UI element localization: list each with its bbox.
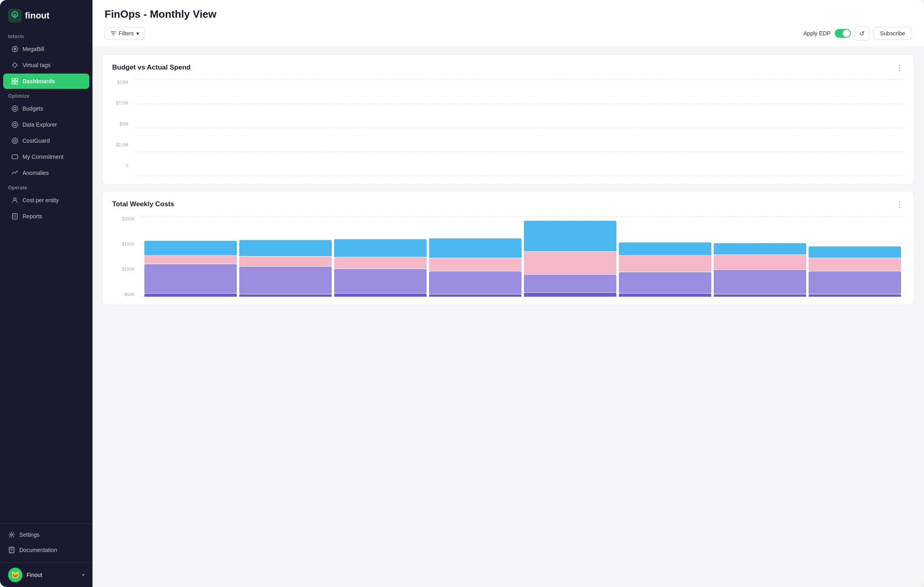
- weekly-bar-group: [144, 216, 237, 297]
- filters-button[interactable]: Filters ▾: [105, 27, 145, 40]
- weekly-bar-pink: [334, 257, 427, 269]
- megabill-icon: [11, 45, 18, 53]
- sidebar-bottom: Settings Documentation: [0, 523, 92, 561]
- page-title: FinOps - Monthly View: [105, 8, 912, 21]
- weekly-bar-purple: [619, 272, 711, 293]
- section-label-operate: Operate: [0, 181, 92, 192]
- weekly-bar-pink: [809, 258, 901, 271]
- svg-point-13: [14, 198, 16, 200]
- charts-area: Budget vs Actual Spend ⋮ $10M $7.5M $5M …: [92, 46, 924, 587]
- page-header: FinOps - Monthly View Filters ▾ Apply ED…: [92, 0, 924, 46]
- chevron-down-icon: ▾: [82, 572, 84, 578]
- budget-chart-card: Budget vs Actual Spend ⋮ $10M $7.5M $5M …: [102, 54, 914, 185]
- weekly-bar-blue: [429, 238, 522, 258]
- weekly-bar-purple: [144, 264, 237, 293]
- avatar: 🐱: [8, 568, 23, 582]
- sidebar-item-virtual-tags[interactable]: Virtual tags: [3, 57, 89, 73]
- sidebar-item-label: MegaBill: [23, 46, 44, 52]
- sidebar-item-label: CostGuard: [23, 138, 50, 144]
- weekly-bar-purple: [809, 271, 901, 294]
- documentation-item[interactable]: Documentation: [0, 542, 92, 558]
- filters-label: Filters: [119, 30, 134, 37]
- apply-edp-label: Apply EDP: [803, 30, 831, 37]
- main-content-area: FinOps - Monthly View Filters ▾ Apply ED…: [92, 0, 924, 587]
- sidebar-item-label: My Commitment: [23, 154, 64, 160]
- weekly-chart-menu[interactable]: ⋮: [895, 199, 904, 209]
- svg-point-6: [12, 106, 18, 111]
- subscribe-button[interactable]: Subscribe: [873, 27, 912, 40]
- sidebar-item-budgets[interactable]: Budgets: [3, 101, 89, 116]
- weekly-bar-group: [619, 216, 711, 297]
- y-label: $150K: [112, 242, 135, 246]
- budget-y-axis: $10M $7.5M $5M $2.5M 0: [112, 80, 128, 176]
- filter-icon: [111, 31, 116, 36]
- chevron-down-icon: ▾: [136, 30, 139, 37]
- weekly-bar-group: [429, 216, 522, 297]
- svg-rect-5: [15, 82, 18, 84]
- weekly-bar-group: [809, 216, 901, 297]
- svg-point-10: [12, 138, 18, 144]
- sidebar-item-dashboards[interactable]: Dashboards: [3, 74, 89, 89]
- svg-point-7: [14, 107, 16, 110]
- user-profile[interactable]: 🐱 Finout ▾: [0, 562, 92, 587]
- sidebar-item-megabill[interactable]: MegaBill: [3, 41, 89, 57]
- logo[interactable]: finout: [0, 0, 92, 30]
- sidebar-item-my-commitment[interactable]: My Commitment: [3, 149, 89, 164]
- weekly-bar-group: [714, 216, 806, 297]
- toolbar: Filters ▾ Apply EDP ↺ Subscribe: [105, 26, 912, 46]
- sidebar-item-label: Dashboards: [23, 78, 55, 84]
- virtual-tags-icon: [11, 62, 18, 69]
- dashboards-icon: [11, 78, 18, 85]
- sidebar-item-cost-per-entity[interactable]: Cost per entity: [3, 193, 89, 208]
- weekly-bar-darkpurple: [619, 294, 711, 297]
- sidebar-item-reports[interactable]: Reports: [3, 209, 89, 224]
- weekly-bar-purple: [239, 267, 332, 294]
- weekly-bar-darkpurple: [809, 294, 901, 297]
- sidebar-item-label: Cost per entity: [23, 197, 59, 203]
- sidebar-item-label: Budgets: [23, 105, 43, 112]
- settings-item[interactable]: Settings: [0, 527, 92, 542]
- svg-point-9: [14, 123, 16, 126]
- weekly-bar-blue: [334, 239, 427, 257]
- weekly-bar-darkpurple: [239, 294, 332, 297]
- weekly-chart-title: Total Weekly Costs: [112, 200, 174, 208]
- y-label: $2.5M: [112, 142, 128, 147]
- weekly-bar-blue: [619, 242, 711, 255]
- weekly-bar-pink: [144, 256, 237, 264]
- my-commitment-icon: [11, 153, 18, 160]
- svg-rect-2: [12, 78, 14, 81]
- sidebar-item-anomalies[interactable]: Anomalies: [3, 165, 89, 181]
- svg-point-15: [11, 534, 13, 536]
- weekly-bar-darkpurple: [429, 294, 522, 297]
- sidebar-item-label: Virtual tags: [23, 62, 51, 68]
- weekly-bar-group: [239, 216, 332, 297]
- weekly-bar-purple: [524, 275, 616, 292]
- logo-icon: [8, 9, 22, 23]
- weekly-bar-blue: [809, 246, 901, 258]
- weekly-bar-pink: [239, 257, 332, 266]
- svg-point-11: [14, 140, 16, 142]
- weekly-bar-purple: [334, 269, 427, 293]
- apply-edp-toggle[interactable]: [835, 29, 851, 38]
- sidebar-item-data-explorer[interactable]: Data Explorer: [3, 117, 89, 132]
- logo-text: finout: [25, 10, 49, 21]
- sidebar: finout Inform MegaBill Virtual tags Dash…: [0, 0, 92, 587]
- svg-rect-4: [12, 82, 14, 84]
- y-label: $50K: [112, 292, 135, 297]
- budget-chart-title: Budget vs Actual Spend: [112, 64, 191, 72]
- settings-label: Settings: [19, 532, 40, 538]
- budget-chart-menu[interactable]: ⋮: [895, 63, 904, 72]
- sidebar-item-costguard[interactable]: CostGuard: [3, 133, 89, 148]
- weekly-bar-pink: [714, 255, 806, 269]
- y-label: $10M: [112, 80, 128, 84]
- refresh-button[interactable]: ↺: [855, 26, 869, 41]
- y-label: 0: [112, 163, 128, 168]
- weekly-card-header: Total Weekly Costs ⋮: [112, 199, 904, 209]
- documentation-label: Documentation: [19, 547, 57, 553]
- budgets-icon: [11, 105, 18, 112]
- svg-rect-12: [12, 155, 18, 159]
- data-explorer-icon: [11, 121, 18, 128]
- anomalies-icon: [11, 169, 18, 177]
- sidebar-item-label: Reports: [23, 213, 42, 220]
- weekly-bar-pink: [524, 252, 616, 274]
